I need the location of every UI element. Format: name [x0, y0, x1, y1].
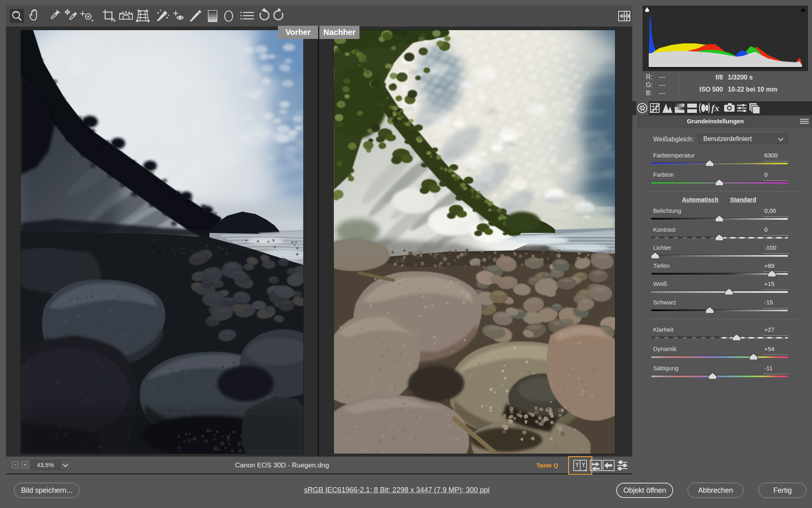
svg-text:fx: fx — [711, 103, 719, 113]
